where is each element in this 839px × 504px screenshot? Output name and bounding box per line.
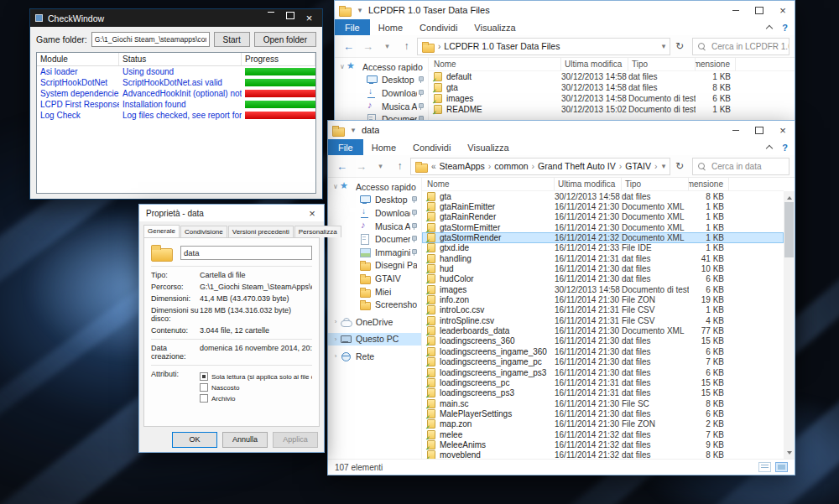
search-input[interactable] xyxy=(711,158,789,174)
file-row[interactable]: images 30/12/2013 14:58 Documento di tes… xyxy=(422,284,784,294)
file-row[interactable]: handling 16/11/2014 21:31 dat files 41 K… xyxy=(422,253,784,263)
expand-caret-icon[interactable]: › xyxy=(331,335,340,343)
file-row[interactable]: images 30/12/2013 14:58 Documento di tes… xyxy=(429,93,795,104)
file-row[interactable]: default 30/12/2013 14:58 dat files 1 KB xyxy=(429,71,795,82)
vertical-scrollbar[interactable] xyxy=(784,191,795,459)
tab-view[interactable]: Visualizza xyxy=(466,19,524,35)
table-row[interactable]: Log Check Log files checked, see report … xyxy=(37,110,315,121)
file-row[interactable]: gtaStormRender 16/11/2014 21:32 Document… xyxy=(422,232,784,242)
sidebar-item[interactable]: ∨ Accesso rapido xyxy=(335,60,428,74)
sidebar-item[interactable]: Desktop xyxy=(328,194,421,207)
sidebar-item[interactable]: Musica Adrian xyxy=(328,220,421,233)
dialog-tab[interactable]: Versioni precedenti xyxy=(228,226,294,237)
cancel-button[interactable]: Annulla xyxy=(222,432,268,448)
tab-home[interactable]: Home xyxy=(363,139,404,155)
expand-caret-icon[interactable]: ∨ xyxy=(338,63,347,70)
up-button[interactable] xyxy=(391,158,409,175)
expand-caret-icon[interactable]: › xyxy=(331,352,340,360)
tab-home[interactable]: Home xyxy=(370,19,411,35)
forward-button[interactable] xyxy=(352,158,370,175)
sidebar-item[interactable]: Screenshot xyxy=(328,298,421,311)
help-icon[interactable] xyxy=(782,143,788,153)
file-row[interactable]: loadingscreens_ingame_pc 16/11/2014 21:3… xyxy=(422,357,784,367)
titlebar[interactable]: LCPDFR 1.0 Taser Data Files xyxy=(335,1,795,19)
search-input[interactable] xyxy=(711,39,789,55)
column-header[interactable]: Tipo xyxy=(628,58,696,70)
sidebar-item[interactable]: › Questo PC xyxy=(328,333,421,346)
column-header[interactable]: Dimensione xyxy=(689,178,729,190)
table-row[interactable]: ScriptHookDotNet ScriptHookDotNet.asi va… xyxy=(37,77,315,88)
back-button[interactable] xyxy=(340,38,357,55)
file-row[interactable]: introSpline.csv 16/11/2014 21:31 File CS… xyxy=(422,315,784,325)
file-row[interactable]: loadingscreens_ps3 16/11/2014 21:31 dat … xyxy=(422,388,784,398)
tab-file[interactable]: File xyxy=(335,19,370,35)
close-button[interactable] xyxy=(300,205,324,221)
column-header[interactable]: Tipo xyxy=(622,178,689,190)
tab-view[interactable]: Visualizza xyxy=(459,139,517,155)
file-row[interactable]: README 30/12/2013 15:02 Documento di tes… xyxy=(429,104,795,115)
table-row[interactable]: Asi loader Using dsound xyxy=(37,66,315,77)
column-header[interactable]: Ultima modifica xyxy=(555,178,622,190)
breadcrumb-overflow-chevron[interactable]: « xyxy=(431,162,436,171)
file-row[interactable]: leaderboards_data 16/11/2014 21:30 Docum… xyxy=(422,325,784,335)
titlebar[interactable]: CheckWindow xyxy=(30,9,322,27)
scroll-down-icon[interactable] xyxy=(784,449,795,459)
file-row[interactable]: map.zon 16/11/2014 21:30 File ZON 2 KB xyxy=(422,419,784,429)
maximize-button[interactable] xyxy=(748,121,771,139)
help-icon[interactable] xyxy=(782,23,788,33)
column-header[interactable]: Nome xyxy=(429,58,561,70)
sidebar-item[interactable]: › OneDrive xyxy=(328,315,421,329)
file-row[interactable]: gta 30/12/2013 14:58 dat files 8 KB xyxy=(422,191,784,201)
sidebar-item[interactable]: Documenti xyxy=(328,232,421,246)
minimize-button[interactable] xyxy=(724,1,748,19)
column-header[interactable]: Nome xyxy=(422,178,555,190)
tab-file[interactable]: File xyxy=(328,139,363,155)
search-box[interactable] xyxy=(692,38,789,55)
close-button[interactable] xyxy=(301,12,317,24)
attribute-checkbox[interactable] xyxy=(200,383,208,392)
close-button[interactable] xyxy=(771,1,795,19)
forward-button[interactable] xyxy=(359,38,377,55)
ribbon-collapse-icon[interactable] xyxy=(765,23,774,31)
dialog-tab[interactable]: Generale xyxy=(143,225,180,237)
file-row[interactable]: gta 30/12/2013 14:58 dat files 8 KB xyxy=(429,82,795,93)
address-dropdown-icon[interactable] xyxy=(658,162,670,170)
breadcrumb-item[interactable]: GTAIV xyxy=(625,161,658,171)
expand-caret-icon[interactable]: ∨ xyxy=(331,183,340,190)
scroll-up-icon[interactable] xyxy=(784,191,795,201)
address-bar[interactable]: « SteamAppscommonGrand Theft Auto IVGTAI… xyxy=(410,158,670,175)
file-row[interactable]: loadingscreens_pc 16/11/2014 21:31 dat f… xyxy=(422,377,784,387)
table-row[interactable]: LCPD First Response Installation found xyxy=(37,99,315,110)
sidebar-item[interactable]: Miei xyxy=(328,285,421,299)
sidebar-item[interactable]: GTAIV xyxy=(328,272,421,285)
sidebar-item[interactable]: Desktop xyxy=(335,74,428,87)
attribute-checkbox[interactable] xyxy=(200,394,208,403)
sidebar-item[interactable]: Immagini xyxy=(328,246,421,259)
back-button[interactable] xyxy=(333,158,351,175)
sidebar-item[interactable]: › Rete xyxy=(328,350,421,363)
file-row[interactable]: introLoc.csv 16/11/2014 21:31 File CSV 1… xyxy=(422,305,784,315)
file-row[interactable]: moveblend 16/11/2014 21:32 dat files 8 K… xyxy=(422,450,784,459)
dialog-tab[interactable]: Personalizza xyxy=(294,226,341,237)
breadcrumb-item[interactable]: SteamApps xyxy=(440,161,495,171)
file-row[interactable]: loadingscreens_ingame_ps3 16/11/2014 21:… xyxy=(422,367,784,377)
search-box[interactable] xyxy=(692,158,789,175)
file-row[interactable]: melee 16/11/2014 21:32 dat files 7 KB xyxy=(422,429,784,439)
minimize-button[interactable] xyxy=(263,12,279,13)
file-row[interactable]: gtxd.ide 16/11/2014 21:33 File IDE 1 KB xyxy=(422,243,784,253)
minimize-button[interactable] xyxy=(724,121,748,139)
sidebar-item[interactable]: Disegni Paint xyxy=(328,259,421,273)
column-header[interactable]: Module xyxy=(37,53,119,65)
tab-share[interactable]: Condividi xyxy=(404,139,459,155)
column-header[interactable]: Progress xyxy=(242,53,315,65)
dialog-tab[interactable]: Condivisione xyxy=(180,226,227,237)
apply-button[interactable]: Applica xyxy=(273,432,318,448)
sidebar-item[interactable]: Download xyxy=(335,86,428,100)
quick-access-toolbar-caret-icon[interactable] xyxy=(348,126,358,134)
file-row[interactable]: gtaRainEmitter 16/11/2014 21:30 Document… xyxy=(422,201,784,211)
sidebar-item[interactable]: Download xyxy=(328,206,421,220)
address-bar[interactable]: › LCPDFR 1.0 Taser Data Files xyxy=(417,38,670,55)
ok-button[interactable]: OK xyxy=(172,432,217,448)
maximize-button[interactable] xyxy=(748,1,771,19)
folder-name-input[interactable] xyxy=(180,246,312,260)
